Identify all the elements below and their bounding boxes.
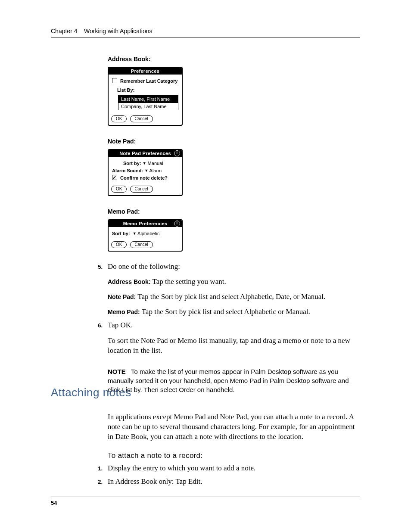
chapter-title: Working with Applications <box>84 28 152 34</box>
page-number: 54 <box>51 497 360 506</box>
alarm-sound-label: Alarm Sound: <box>112 168 143 173</box>
list-by-listbox[interactable]: Last Name, First Name Company, Last Name <box>118 95 178 111</box>
step-5a-text: Tap the setting you want. <box>153 277 226 286</box>
address-book-preferences-dialog: Preferences Remember Last Category List … <box>108 67 183 126</box>
dialog-title: Memo Preferences <box>123 221 168 226</box>
sort-by-label: Sort by: <box>112 231 130 236</box>
list-by-option[interactable]: Company, Last Name <box>118 103 178 110</box>
chevron-down-icon[interactable]: ▼ <box>144 168 148 173</box>
ok-button[interactable]: OK <box>111 241 127 248</box>
manual-sort-paragraph: To sort the Note Pad or Memo list manual… <box>108 336 360 356</box>
step-number: 5. <box>95 262 103 317</box>
cancel-button[interactable]: Cancel <box>130 186 153 193</box>
chevron-down-icon[interactable]: ▼ <box>143 161 146 165</box>
confirm-delete-checkbox[interactable] <box>112 175 117 180</box>
sort-by-value[interactable]: Manual <box>148 161 163 166</box>
step-5c-text: Tap the Sort by pick list and select Alp… <box>142 308 310 316</box>
cancel-button[interactable]: Cancel <box>130 241 153 248</box>
alarm-sound-value[interactable]: Alarm <box>149 168 162 173</box>
address-book-label: Address Book: <box>108 56 360 62</box>
sort-by-label: Sort by: <box>123 161 141 166</box>
step-5c-label: Memo Pad: <box>108 308 140 315</box>
note-text: To make the list of your memos appear in… <box>108 368 349 393</box>
note-label: NOTE <box>108 368 126 375</box>
attaching-notes-intro: In applications except Memo Pad and Note… <box>108 412 360 442</box>
remember-last-category-checkbox[interactable] <box>112 78 117 83</box>
note-block: NOTE To make the list of your memos appe… <box>108 367 360 394</box>
confirm-delete-label: Confirm note delete? <box>120 175 168 180</box>
memo-pad-label: Memo Pad: <box>108 208 360 215</box>
step-5b-text: Tap the Sort by pick list and select Alp… <box>137 292 325 301</box>
list-by-label: List By: <box>117 87 134 93</box>
step-5a-label: Address Book: <box>108 278 151 285</box>
remember-last-category-label: Remember Last Category <box>120 78 177 84</box>
list-by-option-selected[interactable]: Last Name, First Name <box>118 96 178 103</box>
info-icon[interactable]: i <box>174 221 180 227</box>
chevron-down-icon[interactable]: ▼ <box>133 231 137 236</box>
sort-by-value[interactable]: Alphabetic <box>137 231 159 236</box>
step-number: 2. <box>95 477 103 487</box>
step-number: 1. <box>95 464 103 473</box>
step-number: 6. <box>95 320 103 330</box>
step-5-lead: Do one of the following: <box>108 262 360 272</box>
substep-2-text: In Address Book only: Tap Edit. <box>108 477 202 485</box>
dialog-title: Note Pad Preferences <box>119 151 171 156</box>
note-pad-preferences-dialog: Note Pad Preferences i Sort by: ▼ Manual… <box>108 149 183 196</box>
cancel-button[interactable]: Cancel <box>130 115 153 122</box>
chapter-label: Chapter 4 <box>51 28 77 34</box>
running-header: Chapter 4 Working with Applications <box>51 28 360 37</box>
substep-1-text: Display the entry to which you want to a… <box>108 464 255 472</box>
step-5b-label: Note Pad: <box>108 293 136 300</box>
ok-button[interactable]: OK <box>111 115 127 122</box>
ok-button[interactable]: OK <box>111 186 127 193</box>
note-pad-label: Note Pad: <box>108 138 360 145</box>
section-heading-attaching-notes: Attaching notes <box>51 386 131 399</box>
dialog-title: Preferences <box>109 68 182 75</box>
subhead-to-attach: To attach a note to a record: <box>108 451 360 460</box>
step-6-text: Tap OK. <box>108 321 133 329</box>
info-icon[interactable]: i <box>174 150 180 156</box>
memo-preferences-dialog: Memo Preferences i Sort by: ▼ Alphabetic… <box>108 219 183 252</box>
